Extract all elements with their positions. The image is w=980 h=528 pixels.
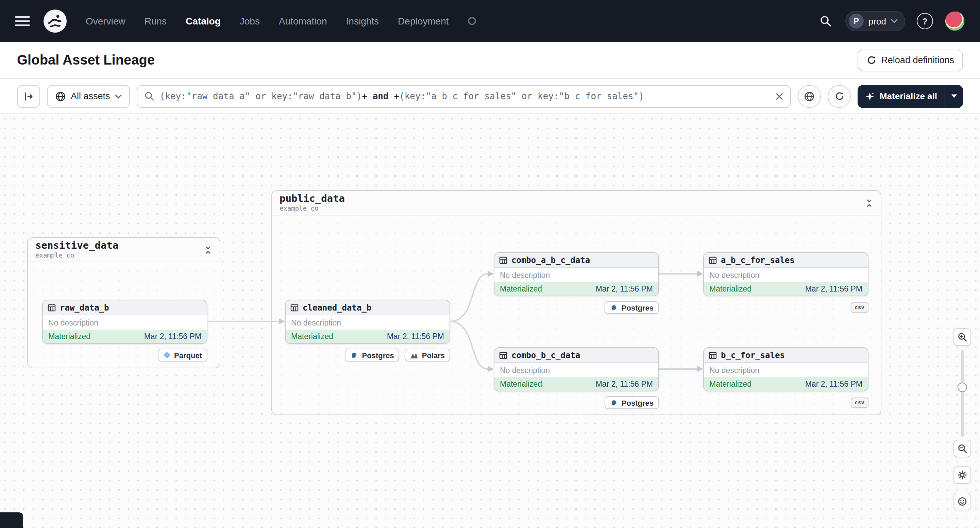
materialization-timestamp[interactable]: Mar 2, 11:56 PM — [144, 332, 201, 341]
asset-node-header: raw_data_b — [43, 300, 207, 315]
asset-status-row: Materialized Mar 2, 11:56 PM — [286, 330, 450, 343]
nav-links: Overview Runs Catalog Jobs Automation In… — [86, 16, 476, 27]
graph-display-options-button[interactable] — [798, 85, 821, 108]
search-icon — [144, 91, 154, 101]
asset-scope-selector[interactable]: All assets — [47, 85, 130, 108]
dagster-logo-icon[interactable] — [42, 8, 68, 34]
zoom-slider[interactable] — [953, 350, 971, 437]
lineage-toolbar: All assets (key:"raw_data_a" or key:"raw… — [0, 79, 980, 114]
deployment-initial-badge: P — [849, 14, 864, 29]
materialize-all-button[interactable]: Materialize all — [858, 85, 963, 108]
asset-tags-combo-b-c-data: Postgres — [494, 396, 659, 409]
nav-item-catalog[interactable]: Catalog — [186, 16, 221, 27]
menu-icon[interactable] — [15, 16, 30, 26]
materialize-all-label: Materialize all — [880, 91, 937, 101]
top-nav: Overview Runs Catalog Jobs Automation In… — [0, 0, 980, 42]
page-title: Global Asset Lineage — [17, 52, 155, 68]
tag-postgres[interactable]: Postgres — [605, 301, 659, 314]
materialization-timestamp[interactable]: Mar 2, 11:56 PM — [596, 380, 653, 388]
deployment-switcher[interactable]: P prod — [845, 11, 905, 31]
asset-name: combo_b_c_data — [511, 350, 580, 360]
reload-definitions-button[interactable]: Reload definitions — [857, 49, 963, 71]
bottom-left-overlay[interactable] — [0, 512, 23, 528]
postgres-icon — [351, 351, 359, 359]
tag-postgres[interactable]: Postgres — [345, 349, 399, 362]
nav-item-deployment[interactable]: Deployment — [398, 16, 449, 27]
asset-description: No description — [704, 363, 868, 377]
clear-query-icon[interactable] — [776, 92, 784, 100]
materialize-options-button[interactable] — [945, 85, 963, 108]
asset-name: a_b_c_for_sales — [721, 255, 795, 265]
postgres-icon — [610, 398, 618, 407]
asset-status-row: Materialized Mar 2, 11:56 PM — [43, 330, 207, 343]
panel-toggle-button[interactable] — [17, 85, 40, 108]
asset-name: combo_a_b_c_data — [511, 255, 590, 265]
table-icon — [499, 256, 508, 264]
csv-icon[interactable]: csv — [850, 398, 869, 408]
csv-icon[interactable]: csv — [850, 303, 869, 312]
chevron-down-icon — [115, 94, 122, 98]
asset-node-a-b-c-for-sales[interactable]: a_b_c_for_sales No description Materiali… — [703, 252, 869, 296]
asset-node-header: b_c_for_sales — [704, 348, 868, 363]
zoom-out-icon — [958, 444, 967, 453]
materialization-timestamp[interactable]: Mar 2, 11:56 PM — [805, 285, 862, 293]
asset-node-b-c-for-sales[interactable]: b_c_for_sales No description Materialize… — [703, 347, 869, 392]
gear-icon — [958, 470, 967, 480]
tag-postgres[interactable]: Postgres — [605, 396, 659, 409]
panel-expand-icon — [24, 91, 33, 101]
materialization-timestamp[interactable]: Mar 2, 11:56 PM — [596, 285, 653, 293]
search-icon[interactable] — [815, 11, 836, 31]
table-icon — [290, 303, 299, 312]
asset-status-row: Materialized Mar 2, 11:56 PM — [704, 377, 868, 391]
zoom-out-button[interactable] — [953, 440, 971, 457]
asset-node-combo-b-c-data[interactable]: combo_b_c_data No description Materializ… — [494, 347, 659, 392]
page-header: Global Asset Lineage Reload definitions — [0, 42, 980, 79]
reload-definitions-label: Reload definitions — [881, 55, 954, 65]
asset-description: No description — [704, 268, 868, 282]
table-icon — [499, 351, 508, 359]
zoom-in-button[interactable] — [953, 328, 971, 346]
lineage-canvas[interactable]: sensitive_data example_co public_data ex… — [0, 114, 980, 528]
graph-settings-button[interactable] — [953, 466, 971, 484]
asset-node-cleaned-data-b[interactable]: cleaned_data_b No description Materializ… — [285, 300, 450, 344]
asset-tags-combo-a-b-c-data: Postgres — [494, 301, 659, 314]
asset-tags-cleaned-data-b: Postgres Polars — [285, 349, 450, 362]
user-avatar[interactable] — [945, 11, 965, 31]
asset-node-raw-data-b[interactable]: raw_data_b No description Materialized M… — [42, 300, 207, 344]
tag-polars[interactable]: Polars — [405, 349, 450, 362]
help-icon: ? — [917, 13, 933, 29]
nav-right: P prod ? — [815, 11, 965, 31]
tag-parquet[interactable]: Parquet — [158, 349, 207, 362]
app-root: Overview Runs Catalog Jobs Automation In… — [0, 0, 980, 528]
asset-status-row: Materialized Mar 2, 11:56 PM — [495, 282, 658, 296]
globe-icon — [55, 91, 66, 101]
polars-icon — [410, 351, 418, 359]
asset-scope-label: All assets — [71, 91, 110, 101]
status-badge: Materialized — [500, 285, 542, 293]
zoom-in-icon — [958, 332, 967, 342]
status-badge: Materialized — [710, 285, 751, 293]
feedback-button[interactable] — [953, 493, 971, 511]
nav-item-jobs[interactable]: Jobs — [240, 16, 260, 27]
materialization-timestamp[interactable]: Mar 2, 11:56 PM — [387, 332, 444, 341]
zoom-slider-knob[interactable] — [958, 382, 967, 392]
materialization-timestamp[interactable]: Mar 2, 11:56 PM — [805, 380, 862, 388]
zoom-slider-track[interactable] — [961, 350, 964, 437]
nav-item-insights[interactable]: Insights — [346, 16, 379, 27]
postgres-icon — [610, 303, 618, 312]
table-icon — [48, 303, 56, 312]
status-badge: Materialized — [710, 380, 751, 388]
nav-item-automation[interactable]: Automation — [279, 16, 327, 27]
refresh-button[interactable] — [828, 85, 851, 108]
asset-description: No description — [495, 268, 658, 282]
table-icon — [709, 256, 717, 264]
asset-query-input[interactable]: (key:"raw_data_a" or key:"raw_data_b")+ … — [137, 85, 791, 108]
asset-name: b_c_for_sales — [721, 350, 785, 360]
asset-node-combo-a-b-c-data[interactable]: combo_a_b_c_data No description Material… — [494, 252, 659, 296]
help-button[interactable]: ? — [915, 11, 935, 31]
smiley-icon — [958, 497, 967, 506]
asset-description: No description — [495, 363, 658, 377]
nav-item-runs[interactable]: Runs — [145, 16, 167, 27]
nav-item-overview[interactable]: Overview — [86, 16, 126, 27]
parquet-icon — [163, 351, 171, 359]
